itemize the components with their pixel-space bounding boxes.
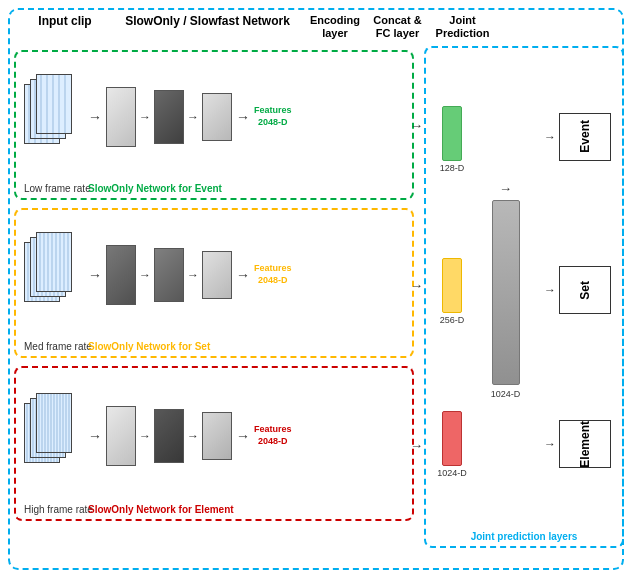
event-encoding-bar bbox=[442, 106, 462, 161]
element-output-label: Element bbox=[578, 421, 592, 468]
elem-frame-3 bbox=[36, 393, 72, 453]
set-clip-frames bbox=[24, 230, 84, 320]
set-network-label: SlowOnly Network for Set bbox=[88, 341, 210, 352]
arrow-set-encoding: → bbox=[410, 278, 423, 293]
element-features: Features2048-D bbox=[254, 424, 292, 447]
event-row: → → → → Features2048-D Low frame rate Sl… bbox=[14, 50, 414, 200]
set-output-box: Set bbox=[559, 266, 611, 314]
joint-col: → Event → Set → Element bbox=[533, 48, 622, 546]
element-frame-rate: High frame rate bbox=[24, 504, 93, 515]
event-features: Features2048-D bbox=[254, 105, 292, 128]
set-row: → → → → Features2048-D Med frame rate Sl… bbox=[14, 208, 414, 358]
arrow-event-encoding: → bbox=[410, 118, 423, 133]
header-concat: Concat &FC layer bbox=[365, 14, 430, 40]
frame-3 bbox=[36, 74, 72, 134]
element-network-blocks: → → bbox=[106, 406, 232, 466]
set-features-label: Features2048-D bbox=[254, 263, 292, 286]
arrow-set-3: → bbox=[187, 268, 199, 282]
event-block-3 bbox=[202, 93, 232, 141]
arrow-set-2: → bbox=[139, 268, 151, 282]
set-encoding: 256-D bbox=[440, 258, 465, 325]
right-panel: 128-D 256-D 1024-D → 1024-D bbox=[424, 46, 624, 548]
header-joint: JointPrediction bbox=[430, 14, 495, 40]
main-container: Input clip SlowOnly / Slowfast Network E… bbox=[0, 0, 632, 578]
event-encoding: 128-D bbox=[440, 106, 465, 173]
arrow-elem-encoding: → bbox=[410, 438, 423, 453]
concat-bar bbox=[492, 200, 520, 385]
arrow-elem-out: → bbox=[236, 428, 250, 444]
event-frame-rate: Low frame rate bbox=[24, 183, 91, 194]
event-output-box: Event bbox=[559, 113, 611, 161]
arrow-to-concat: → bbox=[499, 181, 512, 196]
set-output-label: Set bbox=[578, 281, 592, 300]
arrow-elem-1: → bbox=[88, 428, 102, 444]
set-block-2 bbox=[154, 248, 184, 302]
elem-block-3 bbox=[202, 412, 232, 460]
element-network-label: SlowOnly Network for Element bbox=[88, 504, 234, 515]
event-encoding-dim: 128-D bbox=[440, 163, 465, 173]
set-block-3 bbox=[202, 251, 232, 299]
arrow-ev-3: → bbox=[187, 110, 199, 124]
joint-prediction-label: Joint prediction layers bbox=[426, 531, 622, 542]
set-frame-3 bbox=[36, 232, 72, 292]
element-output-box: Element bbox=[559, 420, 611, 468]
elem-block-1 bbox=[106, 406, 136, 466]
concat-dim: 1024-D bbox=[491, 389, 521, 399]
arrow-set-1: → bbox=[88, 267, 102, 283]
set-features: Features2048-D bbox=[254, 263, 292, 286]
arrow-event-out: → bbox=[236, 109, 250, 125]
concat-col: → 1024-D bbox=[478, 48, 533, 546]
set-network-blocks: → → bbox=[106, 245, 232, 305]
arrow-set-out: → bbox=[236, 267, 250, 283]
element-clip-frames bbox=[24, 391, 84, 481]
right-panel-inner: 128-D 256-D 1024-D → 1024-D bbox=[426, 48, 622, 546]
element-encoding-dim: 1024-D bbox=[437, 468, 467, 478]
set-encoding-dim: 256-D bbox=[440, 315, 465, 325]
event-block-2 bbox=[154, 90, 184, 144]
element-encoding-bar bbox=[442, 411, 462, 466]
set-frame-rate: Med frame rate bbox=[24, 341, 92, 352]
header-input-clip: Input clip bbox=[20, 14, 110, 28]
event-network-label: SlowOnly Network for Event bbox=[88, 183, 222, 194]
event-network-blocks: → → bbox=[106, 87, 232, 147]
set-output: → Set bbox=[544, 266, 611, 314]
arrow-ev-2: → bbox=[139, 110, 151, 124]
elem-block-2 bbox=[154, 409, 184, 463]
arrow-event-1: → bbox=[88, 109, 102, 125]
element-features-label: Features2048-D bbox=[254, 424, 292, 447]
element-row: → → → → Features2048-D High frame rate S… bbox=[14, 366, 414, 521]
set-encoding-bar bbox=[442, 258, 462, 313]
arrow-set-joint: → bbox=[544, 283, 556, 297]
event-block-1 bbox=[106, 87, 136, 147]
header-network: SlowOnly / Slowfast Network bbox=[110, 14, 305, 28]
event-output: → Event bbox=[544, 113, 611, 161]
arrow-elem-2: → bbox=[139, 429, 151, 443]
element-output: → Element bbox=[544, 420, 611, 468]
header-row: Input clip SlowOnly / Slowfast Network E… bbox=[20, 14, 610, 40]
event-features-label: Features2048-D bbox=[254, 105, 292, 128]
encoding-col: 128-D 256-D 1024-D bbox=[426, 48, 478, 546]
event-output-label: Event bbox=[578, 120, 592, 153]
event-clip-frames bbox=[24, 72, 84, 162]
arrow-event-joint: → bbox=[544, 130, 556, 144]
arrow-elem-3: → bbox=[187, 429, 199, 443]
set-block-1 bbox=[106, 245, 136, 305]
arrow-elem-joint: → bbox=[544, 437, 556, 451]
element-encoding: 1024-D bbox=[437, 411, 467, 478]
header-encoding: Encodinglayer bbox=[305, 14, 365, 40]
